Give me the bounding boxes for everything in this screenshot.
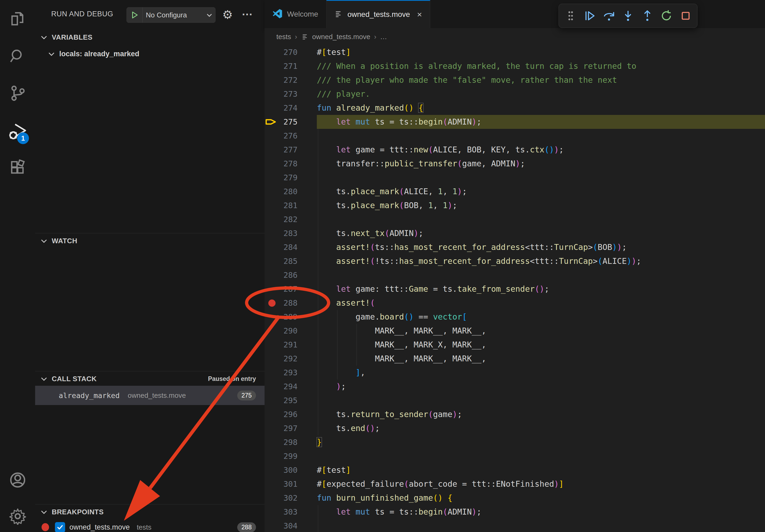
breakpoint-dir: tests (137, 523, 152, 531)
line-number[interactable]: 289 (265, 310, 317, 324)
launch-config-dropdown[interactable]: No Configura (127, 7, 216, 23)
line-number[interactable]: 271 (265, 59, 317, 73)
code-line-text: /// player. (317, 87, 765, 101)
line-number[interactable]: 298 (265, 435, 317, 449)
vscode-window: 1 RUN AND DEBUG (0, 0, 765, 532)
call-stack-section-header[interactable]: CALL STACK Paused on entry (35, 372, 265, 386)
current-line-arrow-icon (265, 118, 277, 126)
breakpoints-section-header[interactable]: BREAKPOINTS (35, 505, 265, 519)
settings-gear-icon[interactable] (0, 503, 35, 529)
line-number[interactable]: 273 (265, 87, 317, 101)
breadcrumb: tests › owned_tests.move › … (265, 28, 765, 45)
code-line-text: ts.end(); (317, 421, 765, 435)
source-control-icon[interactable] (0, 80, 35, 106)
start-debug-icon[interactable] (127, 8, 143, 23)
code-editor[interactable]: 270#[test]271/// When a position is alre… (265, 45, 765, 532)
line-number[interactable]: 285 (265, 254, 317, 268)
line-number[interactable]: 284 (265, 240, 317, 254)
chevron-right-icon: › (374, 33, 376, 41)
line-number[interactable]: 303 (265, 505, 317, 519)
breakpoint-dot-icon[interactable] (268, 300, 276, 307)
tab-welcome[interactable]: Welcome (265, 0, 327, 28)
continue-icon[interactable] (582, 8, 597, 23)
code-line-text: let mut ts = ts::begin(ADMIN); (317, 505, 765, 519)
code-line-291: 291 MARK__, MARK_X, MARK__, (265, 338, 765, 352)
line-number[interactable]: 274 (265, 101, 317, 115)
line-number[interactable]: 288 (265, 296, 317, 310)
extensions-icon[interactable] (0, 155, 35, 180)
code-line-text: let game: ttt::Game = ts.take_from_sende… (317, 282, 765, 296)
line-number[interactable]: 286 (265, 268, 317, 282)
code-line-text: assert!(!ts::has_most_recent_for_address… (317, 254, 765, 268)
code-line-301: 301#[expected_failure(abort_code = ttt::… (265, 477, 765, 491)
code-line-text: ); (317, 380, 765, 394)
line-number[interactable]: 280 (265, 184, 317, 198)
stop-icon[interactable] (678, 8, 693, 23)
stack-frame-file: owned_tests.move (128, 392, 186, 400)
line-number[interactable]: 275 (265, 115, 317, 129)
line-number[interactable]: 300 (265, 463, 317, 477)
line-number[interactable]: 272 (265, 73, 317, 87)
line-number[interactable]: 295 (265, 394, 317, 407)
code-line-297: 297 ts.end(); (265, 421, 765, 435)
line-number[interactable]: 278 (265, 157, 317, 171)
line-number[interactable]: 287 (265, 282, 317, 296)
breadcrumb-more[interactable]: … (380, 33, 387, 41)
locals-scope-label: locals: already_marked (59, 50, 139, 58)
breakpoint-dot-icon (42, 523, 49, 531)
line-number[interactable]: 291 (265, 338, 317, 352)
breadcrumb-folder[interactable]: tests (276, 33, 291, 41)
breakpoint-checkbox[interactable] (55, 522, 65, 532)
code-line-274: 274fun already_marked() { (265, 101, 765, 115)
line-number[interactable]: 294 (265, 380, 317, 394)
variables-scope-row[interactable]: locals: already_marked (35, 46, 265, 62)
line-number[interactable]: 276 (265, 129, 317, 143)
run-debug-sidebar: RUN AND DEBUG No Configura ⚙ ··· VARIABL… (35, 0, 265, 532)
line-number[interactable]: 293 (265, 366, 317, 380)
line-number[interactable]: 301 (265, 477, 317, 491)
code-line-text: let mut ts = ts::begin(ADMIN); (317, 115, 765, 129)
line-number[interactable]: 290 (265, 324, 317, 338)
close-icon[interactable]: × (417, 10, 422, 20)
breakpoints-label: BREAKPOINTS (52, 508, 104, 516)
code-line-280: 280 ts.place_mark(ALICE, 1, 1); (265, 184, 765, 198)
line-number[interactable]: 283 (265, 226, 317, 240)
step-into-icon[interactable] (620, 8, 635, 23)
stack-frame-row[interactable]: already_marked owned_tests.move 275 (35, 386, 265, 405)
line-number[interactable]: 282 (265, 212, 317, 226)
editor-group: Welcome owned_tests.move × (265, 0, 765, 532)
line-number[interactable]: 299 (265, 449, 317, 463)
more-actions-icon[interactable]: ··· (239, 6, 256, 23)
breakpoint-row[interactable]: owned_tests.move tests 288 (35, 519, 265, 532)
code-line-text: MARK__, MARK_X, MARK__, (317, 338, 765, 352)
step-out-icon[interactable] (640, 8, 655, 23)
line-number[interactable]: 304 (265, 519, 317, 532)
line-number[interactable]: 279 (265, 171, 317, 184)
code-line-272: 272/// the player who made the "false" m… (265, 73, 765, 87)
line-number[interactable]: 296 (265, 407, 317, 421)
code-line-text (317, 519, 765, 532)
line-number[interactable]: 277 (265, 143, 317, 157)
line-number[interactable]: 281 (265, 198, 317, 212)
line-number[interactable]: 297 (265, 421, 317, 435)
breadcrumb-file[interactable]: owned_tests.move (312, 33, 371, 41)
code-line-284: 284 assert!(ts::has_most_recent_for_addr… (265, 240, 765, 254)
code-line-293: 293 ], (265, 366, 765, 380)
search-icon[interactable] (0, 43, 35, 69)
restart-icon[interactable] (659, 8, 674, 23)
line-number[interactable]: 302 (265, 491, 317, 505)
code-line-302: 302fun burn_unfinished_game() { (265, 491, 765, 505)
line-number[interactable]: 292 (265, 352, 317, 366)
account-icon[interactable] (0, 467, 35, 493)
code-line-289: 289 game.board() == vector[ (265, 310, 765, 324)
tab-owned-tests-move[interactable]: owned_tests.move × (327, 0, 430, 28)
watch-section-header[interactable]: WATCH (35, 234, 265, 248)
code-line-304: 304 (265, 519, 765, 532)
line-number[interactable]: 270 (265, 45, 317, 59)
run-and-debug-icon[interactable]: 1 (0, 119, 35, 144)
explorer-icon[interactable] (0, 6, 35, 32)
variables-section-header[interactable]: VARIABLES (35, 30, 265, 45)
debug-settings-gear-icon[interactable]: ⚙ (219, 6, 236, 23)
drag-handle-icon[interactable] (563, 8, 578, 23)
step-over-icon[interactable] (601, 8, 616, 23)
